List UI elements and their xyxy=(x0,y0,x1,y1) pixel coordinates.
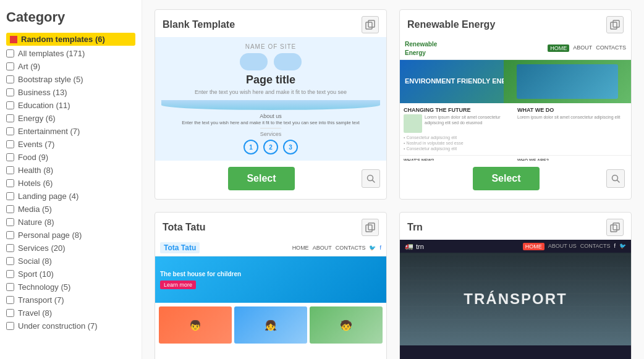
sidebar-label-social: Social (8) xyxy=(18,256,52,266)
tota-header: Tota Tatu HOME ABOUT CONTACTS 🐦 f xyxy=(155,240,386,256)
copy-icon-tota[interactable] xyxy=(362,219,379,236)
tota-social-twitter[interactable]: 🐦 xyxy=(369,245,376,251)
re-section2-title: WHAT WE DO xyxy=(517,107,627,113)
checkbox-services[interactable] xyxy=(6,244,14,252)
magnify-icon-blank[interactable] xyxy=(362,169,380,188)
trn-social-fb[interactable]: f xyxy=(614,243,616,250)
sidebar: Category Random templates (6) All templa… xyxy=(0,0,142,359)
tota-nav-home[interactable]: HOME xyxy=(292,245,309,251)
sidebar-item-education[interactable]: Education (11) xyxy=(6,99,135,112)
re-nav-about[interactable]: ABOUT xyxy=(573,44,592,52)
svg-rect-12 xyxy=(611,225,617,232)
sidebar-label-services: Services (20) xyxy=(18,243,66,253)
sidebar-item-technology[interactable]: Technology (5) xyxy=(6,281,135,294)
trn-nav-home[interactable]: HOME xyxy=(523,243,544,250)
tota-social-facebook[interactable]: f xyxy=(379,245,381,251)
re-hero: ENVIRONMENT FRIENDLY ENERGY SOLUTION xyxy=(400,60,631,103)
checkbox-all-templates[interactable] xyxy=(6,49,14,57)
sidebar-label-media: Media (5) xyxy=(18,205,52,214)
sidebar-item-transport[interactable]: Transport (7) xyxy=(6,294,135,306)
sidebar-item-nature[interactable]: Nature (8) xyxy=(6,216,135,229)
red-square-icon xyxy=(10,36,17,43)
sidebar-item-energy[interactable]: Energy (6) xyxy=(6,112,135,125)
checkbox-social[interactable] xyxy=(6,257,14,265)
sidebar-item-media[interactable]: Media (5) xyxy=(6,203,135,216)
templates-grid: Blank Template NAME OF SITE Page tit xyxy=(155,9,632,359)
blank-page-title: Page title xyxy=(246,74,295,87)
sidebar-item-landing[interactable]: Landing page (4) xyxy=(6,190,135,203)
card-header-trn: Trn xyxy=(400,213,631,240)
trn-nav-about[interactable]: ABOUT US xyxy=(548,243,577,250)
sidebar-label-transport: Transport (7) xyxy=(18,295,64,305)
re-nav-contacts[interactable]: CONTACTS xyxy=(596,44,626,52)
tota-cta-btn[interactable]: Learn more xyxy=(160,281,196,289)
sidebar-item-services[interactable]: Services (20) xyxy=(6,242,135,255)
sidebar-item-health[interactable]: Health (8) xyxy=(6,164,135,177)
sidebar-item-entertainment[interactable]: Entertainment (7) xyxy=(6,125,135,138)
checkbox-landing[interactable] xyxy=(6,192,14,200)
select-button-renewable[interactable]: Select xyxy=(473,167,539,190)
sidebar-active-item[interactable]: Random templates (6) xyxy=(6,33,135,46)
trn-hero: TRÁNSPORT xyxy=(400,253,631,345)
sidebar-item-events[interactable]: Events (7) xyxy=(6,138,135,151)
checkbox-personal[interactable] xyxy=(6,231,14,239)
sidebar-item-hotels[interactable]: Hotels (6) xyxy=(6,177,135,190)
re-col-1: CHANGING THE FUTURE Lorem ipsum dolor si… xyxy=(404,107,514,151)
sidebar-item-art[interactable]: Art (9) xyxy=(6,60,135,73)
tota-nav-contacts[interactable]: CONTACTS xyxy=(336,245,366,251)
sidebar-item-sport[interactable]: Sport (10) xyxy=(6,268,135,281)
checkbox-under-construction[interactable] xyxy=(6,322,14,330)
svg-rect-13 xyxy=(613,223,619,230)
sidebar-label-personal: Personal page (8) xyxy=(18,230,82,240)
trn-social-tw[interactable]: 🐦 xyxy=(619,243,626,250)
checkbox-sport[interactable] xyxy=(6,270,14,278)
re-nav-home[interactable]: HOME xyxy=(548,44,569,52)
sidebar-item-food[interactable]: Food (9) xyxy=(6,151,135,164)
card-title-renewable: Renewable Energy xyxy=(407,19,495,30)
sidebar-item-personal[interactable]: Personal page (8) xyxy=(6,229,135,242)
blank-about: About usEnter the text you wish here and… xyxy=(182,113,360,125)
checkbox-health[interactable] xyxy=(6,166,14,174)
checkbox-hotels[interactable] xyxy=(6,179,14,187)
checkbox-events[interactable] xyxy=(6,140,14,148)
sidebar-item-under-construction[interactable]: Under construction (7) xyxy=(6,319,135,332)
checkbox-travel[interactable] xyxy=(6,309,14,317)
re-nav: HOME ABOUT CONTACTS xyxy=(548,44,626,52)
sidebar-item-bootstrap[interactable]: Bootstrap style (5) xyxy=(6,73,135,86)
copy-icon-renewable[interactable] xyxy=(606,16,624,33)
trn-nav-contacts[interactable]: CONTACTS xyxy=(580,243,611,250)
sidebar-item-social[interactable]: Social (8) xyxy=(6,255,135,268)
sidebar-label-nature: Nature (8) xyxy=(18,218,54,227)
checkbox-education[interactable] xyxy=(6,101,14,109)
sidebar-item-travel[interactable]: Travel (8) xyxy=(6,306,135,319)
checkbox-nature[interactable] xyxy=(6,218,14,226)
sidebar-item-all-templates[interactable]: All templates (171) xyxy=(6,47,135,60)
checkbox-bootstrap[interactable] xyxy=(6,75,14,83)
page-3: 3 xyxy=(283,140,298,154)
checkbox-energy[interactable] xyxy=(6,114,14,122)
re-col-4: WHO WE ARE? xyxy=(517,158,627,161)
tota-img-2: 👧 xyxy=(234,306,307,344)
sidebar-label-events: Events (7) xyxy=(18,140,54,149)
re-hero-image xyxy=(504,60,631,103)
checkbox-media[interactable] xyxy=(6,205,14,213)
card-title-tota: Tota Tatu xyxy=(163,222,206,233)
checkbox-art[interactable] xyxy=(6,62,14,70)
re-content: CHANGING THE FUTURE Lorem ipsum dolor si… xyxy=(400,103,631,155)
select-button-blank[interactable]: Select xyxy=(228,167,294,190)
sidebar-label-technology: Technology (5) xyxy=(18,282,70,292)
checkbox-technology[interactable] xyxy=(6,283,14,291)
copy-icon-blank[interactable] xyxy=(362,16,379,33)
magnify-icon-renewable[interactable] xyxy=(606,169,625,188)
re-logo: RenewableEnergy xyxy=(405,40,437,57)
checkbox-food[interactable] xyxy=(6,153,14,161)
checkbox-business[interactable] xyxy=(6,88,14,96)
sidebar-label-sport: Sport (10) xyxy=(18,269,54,279)
sidebar-label-energy: Energy (6) xyxy=(18,114,56,123)
sidebar-item-business[interactable]: Business (13) xyxy=(6,86,135,99)
re-section2-text: Lorem ipsum dolor sit amet consectetur a… xyxy=(517,114,627,120)
copy-icon-trn[interactable] xyxy=(606,219,624,236)
checkbox-entertainment[interactable] xyxy=(6,127,14,135)
tota-nav-about[interactable]: ABOUT xyxy=(313,245,332,251)
checkbox-transport[interactable] xyxy=(6,296,14,304)
